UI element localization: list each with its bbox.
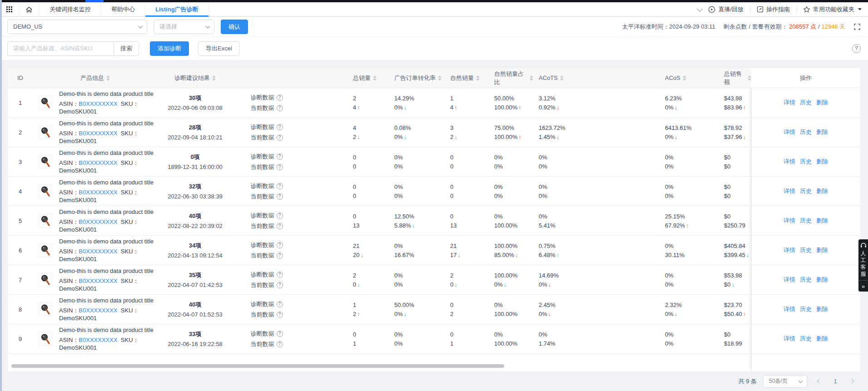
- next-page-button[interactable]: [846, 376, 857, 387]
- prev-page-button[interactable]: [813, 376, 824, 387]
- type-select[interactable]: 请选择: [154, 20, 214, 34]
- col-header-diagnosis[interactable]: 诊断建议结果: [158, 74, 233, 82]
- question-circle-icon[interactable]: ?: [277, 272, 283, 278]
- question-circle-icon[interactable]: ?: [277, 124, 283, 130]
- sort-caret[interactable]: [212, 75, 216, 81]
- product-image[interactable]: [39, 125, 52, 139]
- delete-link[interactable]: 删除: [816, 99, 828, 107]
- question-circle-icon[interactable]: ?: [277, 223, 283, 229]
- product-image[interactable]: [39, 302, 52, 316]
- delete-link[interactable]: 删除: [816, 305, 828, 313]
- col-header-acos[interactable]: ACoS: [660, 74, 719, 81]
- help-icon[interactable]: ?: [852, 44, 861, 53]
- detail-link[interactable]: 详情: [784, 335, 795, 343]
- sort-caret[interactable]: [373, 75, 377, 81]
- tab-listing-ad-diagnosis[interactable]: Listing广告诊断: [145, 2, 209, 16]
- question-circle-icon[interactable]: ?: [277, 193, 283, 200]
- detail-link[interactable]: 详情: [784, 217, 795, 225]
- product-image[interactable]: [39, 332, 52, 346]
- col-header-total-sales[interactable]: 总销量: [301, 74, 392, 82]
- delete-link[interactable]: 删除: [816, 335, 828, 343]
- favorites-link[interactable]: 常用功能收藏夹: [803, 5, 862, 14]
- chevron-down-icon[interactable]: [697, 6, 703, 12]
- col-header-product[interactable]: 产品信息: [33, 74, 158, 82]
- product-image[interactable]: [39, 214, 52, 228]
- tab-help-center[interactable]: 帮助中心: [101, 2, 145, 16]
- question-circle-icon[interactable]: ?: [277, 164, 283, 170]
- col-header-acots[interactable]: ACoTS: [533, 74, 660, 81]
- live-replay-link[interactable]: 直播/回放: [708, 5, 744, 14]
- confirm-button[interactable]: 确认: [221, 20, 248, 34]
- home-button[interactable]: [19, 2, 40, 16]
- question-circle-icon[interactable]: ?: [277, 242, 283, 248]
- product-image[interactable]: [39, 155, 52, 168]
- question-circle-icon[interactable]: ?: [277, 134, 283, 141]
- detail-link[interactable]: 详情: [784, 99, 795, 107]
- apps-menu-button[interactable]: [0, 2, 19, 16]
- detail-link[interactable]: 详情: [784, 305, 795, 313]
- asin-link[interactable]: B0XXXXXXXX: [79, 277, 117, 284]
- sort-caret[interactable]: [438, 75, 441, 81]
- export-excel-button[interactable]: 导出Excel: [198, 41, 240, 56]
- question-circle-icon[interactable]: ?: [277, 301, 283, 307]
- search-button[interactable]: 搜索: [114, 41, 139, 56]
- asin-link[interactable]: B0XXXXXXXX: [79, 189, 117, 196]
- history-link[interactable]: 历史: [800, 276, 812, 284]
- asin-link[interactable]: B0XXXXXXXX: [79, 307, 117, 314]
- history-link[interactable]: 历史: [800, 217, 812, 225]
- asin-link[interactable]: B0XXXXXXXX: [79, 130, 117, 137]
- question-circle-icon[interactable]: ?: [277, 183, 283, 189]
- col-header-organic-sales[interactable]: 自然销量: [445, 74, 488, 82]
- question-circle-icon[interactable]: ?: [277, 94, 283, 101]
- question-circle-icon[interactable]: ?: [277, 105, 283, 111]
- question-circle-icon[interactable]: ?: [277, 153, 283, 160]
- question-circle-icon[interactable]: ?: [277, 341, 283, 347]
- detail-link[interactable]: 详情: [784, 187, 795, 195]
- question-circle-icon[interactable]: ?: [277, 312, 283, 318]
- product-image[interactable]: [39, 184, 52, 198]
- delete-link[interactable]: 删除: [816, 246, 828, 254]
- collapse-button[interactable]: »: [858, 281, 868, 292]
- detail-link[interactable]: 详情: [784, 128, 795, 136]
- col-header-organic-ratio[interactable]: 自然销量占比: [488, 70, 533, 86]
- detail-link[interactable]: 详情: [784, 246, 795, 254]
- store-select[interactable]: DEMO_US: [7, 20, 147, 34]
- history-link[interactable]: 历史: [800, 335, 812, 343]
- delete-link[interactable]: 删除: [816, 217, 828, 225]
- sort-caret[interactable]: [560, 75, 564, 81]
- guide-link[interactable]: 操作指南: [757, 5, 790, 14]
- history-link[interactable]: 历史: [800, 128, 812, 136]
- detail-link[interactable]: 详情: [784, 158, 795, 166]
- delete-link[interactable]: 删除: [816, 276, 828, 284]
- sort-caret[interactable]: [748, 75, 751, 81]
- product-image[interactable]: [39, 243, 52, 257]
- search-input[interactable]: [7, 41, 114, 56]
- asin-link[interactable]: B0XXXXXXXX: [79, 218, 117, 225]
- current-page[interactable]: 1: [831, 378, 840, 385]
- product-image[interactable]: [39, 96, 52, 109]
- customer-service-widget[interactable]: 人工客服 »: [858, 239, 868, 292]
- asin-link[interactable]: B0XXXXXXXX: [79, 100, 117, 107]
- fullscreen-icon[interactable]: [853, 23, 861, 30]
- question-circle-icon[interactable]: ?: [277, 252, 283, 259]
- question-circle-icon[interactable]: ?: [277, 331, 283, 337]
- delete-link[interactable]: 删除: [816, 158, 828, 166]
- detail-link[interactable]: 详情: [784, 276, 795, 284]
- delete-link[interactable]: 删除: [816, 187, 828, 195]
- sort-caret[interactable]: [530, 75, 533, 81]
- sort-caret[interactable]: [476, 75, 480, 81]
- history-link[interactable]: 历史: [800, 246, 812, 254]
- col-header-ad-conversion[interactable]: 广告订单转化率: [392, 74, 445, 82]
- sort-caret[interactable]: [683, 75, 686, 81]
- history-link[interactable]: 历史: [800, 158, 812, 166]
- page-size-select[interactable]: 50条/页: [763, 375, 807, 388]
- question-circle-icon[interactable]: ?: [277, 213, 283, 219]
- add-diagnosis-button[interactable]: 添加诊断: [150, 41, 189, 56]
- product-image[interactable]: [39, 273, 52, 287]
- col-header-total-revenue[interactable]: 总销售额: [719, 70, 751, 86]
- history-link[interactable]: 历史: [800, 187, 812, 195]
- tab-keyword-rank-monitor[interactable]: 关键词排名监控: [40, 2, 101, 16]
- question-circle-icon[interactable]: ?: [277, 282, 283, 288]
- asin-link[interactable]: B0XXXXXXXX: [79, 337, 117, 343]
- asin-link[interactable]: B0XXXXXXXX: [79, 248, 117, 255]
